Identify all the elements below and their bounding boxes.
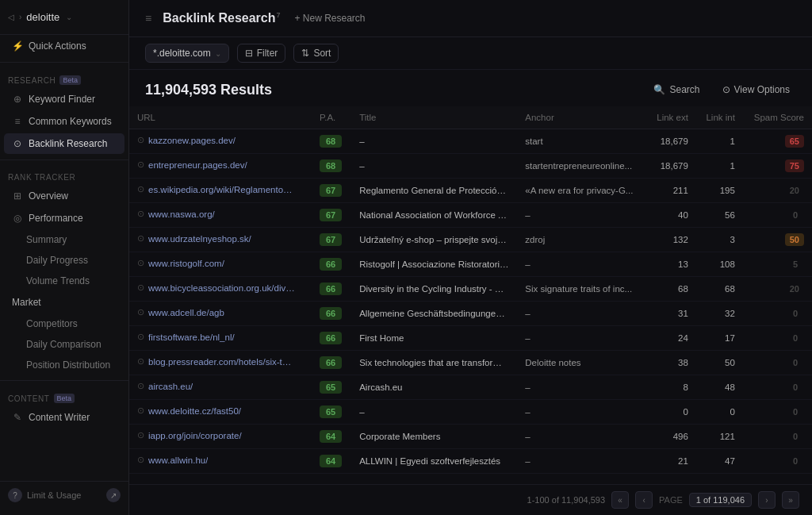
cell-url: ⊙entrepreneur.pages.dev/ (129, 154, 304, 175)
results-actions: 🔍 Search ⊙ View Options (647, 81, 796, 98)
cell-spam-score: 65 (743, 129, 812, 154)
sidebar-item-daily-comparison[interactable]: Daily Comparison (4, 335, 124, 354)
sidebar-item-daily-progress[interactable]: Daily Progress (4, 251, 124, 270)
cell-pa: 65 (312, 375, 351, 400)
table-row[interactable]: ⊙www.deloitte.cz/fast50/65––000 (129, 400, 812, 425)
next-page-button[interactable]: › (758, 491, 776, 509)
cell-link-int: 50 (696, 351, 743, 375)
table-row[interactable]: ⊙www.udrzatelnyeshop.sk/67Udržateľný e-s… (129, 228, 812, 252)
filter-button[interactable]: ⊟ Filter (237, 44, 286, 63)
cell-anchor: – (517, 375, 646, 400)
table-row[interactable]: ⊙firstsoftware.be/nl_nl/66First Home–241… (129, 326, 812, 351)
cell-title: Corporate Members (351, 425, 517, 449)
sidebar-item-competitors[interactable]: Competitors (4, 314, 124, 333)
domain-filter[interactable]: *.deloitte.com ⌄ (145, 44, 229, 63)
cell-pa: 66 (312, 326, 351, 351)
link-icon: ⊙ (137, 381, 144, 391)
table-row[interactable]: ⊙kazzonew.pages.dev/68–start18,679165 (129, 129, 812, 154)
pa-badge: 66 (320, 258, 342, 271)
last-page-button[interactable]: » (782, 491, 799, 509)
col-title: Title (351, 106, 517, 129)
help-and-limit[interactable]: ? Limit & Usage (8, 488, 81, 502)
sort-button[interactable]: ⇅ Sort (293, 44, 339, 63)
sidebar-item-common-keywords[interactable]: ≡ Common Keywords (4, 111, 124, 132)
sidebar-item-volume-trends[interactable]: Volume Trends (4, 271, 124, 290)
cell-url: ⊙iapp.org/join/corporate/ (129, 425, 304, 446)
table-row[interactable]: ⊙entrepreneur.pages.dev/68–startentrepre… (129, 154, 812, 179)
prev-page-button[interactable]: ‹ (635, 491, 653, 509)
view-options-button[interactable]: ⊙ View Options (716, 81, 796, 98)
link-icon: ⊙ (137, 135, 144, 145)
sidebar-item-summary[interactable]: Summary (4, 230, 124, 249)
table-row[interactable]: ⊙iapp.org/join/corporate/64Corporate Mem… (129, 425, 812, 449)
sidebar-item-label: Market (12, 297, 41, 308)
cell-anchor: Six signature traits of inc... (517, 277, 646, 302)
table-row[interactable]: ⊙aircash.eu/65Aircash.eu–8480 (129, 375, 812, 400)
help-icon[interactable]: ? (8, 488, 22, 502)
table-row[interactable]: ⊙blog.pressreader.com/hotels/six-techn..… (129, 351, 812, 375)
sidebar-item-quick-actions[interactable]: ⚡ Quick Actions (4, 36, 124, 56)
sidebar-divider-3 (0, 380, 128, 381)
new-research-button[interactable]: + New Research (289, 10, 372, 27)
table-row[interactable]: ⊙www.allwin.hu/64ALLWIN | Egyedi szoftve… (129, 449, 812, 474)
cell-anchor: – (517, 302, 646, 326)
cell-url: ⊙aircash.eu/ (129, 375, 304, 397)
link-icon: ⊙ (137, 307, 144, 317)
table-row[interactable]: ⊙www.naswa.org/67National Association of… (129, 203, 812, 228)
export-icon[interactable]: ↗ (106, 488, 121, 502)
cell-link-ext: 132 (647, 228, 696, 252)
sidebar-item-overview[interactable]: ⊞ Overview (4, 186, 124, 206)
overview-icon: ⊞ (12, 190, 23, 202)
cell-link-int: 121 (696, 425, 743, 449)
cell-link-ext: 38 (647, 351, 696, 375)
cell-anchor: – (517, 400, 646, 425)
link-icon: ⊙ (137, 184, 144, 194)
sidebar-item-label: Daily Progress (26, 255, 88, 266)
sidebar-item-label: Performance (29, 213, 83, 224)
cell-link-ext: 68 (647, 277, 696, 302)
pa-badge: 67 (320, 233, 342, 246)
search-button[interactable]: 🔍 Search (647, 81, 706, 98)
cell-url: ⊙www.adcell.de/agb (129, 302, 304, 323)
cell-pa: 66 (312, 252, 351, 277)
first-page-button[interactable]: « (611, 491, 629, 509)
cell-link-int: 1 (696, 129, 743, 154)
domain-value: *.deloitte.com (153, 48, 211, 59)
pa-badge: 66 (320, 332, 342, 344)
link-icon: ⊙ (137, 405, 144, 416)
results-count: 11,904,593 Results (145, 82, 272, 98)
cell-spam-score: 0 (743, 400, 812, 425)
breadcrumb-chevron-icon[interactable]: ⌄ (66, 13, 72, 21)
results-table-container[interactable]: URL P.A. Title Anchor Link ext Link int … (129, 106, 812, 484)
cell-link-int: 48 (696, 375, 743, 400)
col-url: URL (129, 106, 312, 129)
sidebar-item-position-distribution[interactable]: Position Distribution (4, 356, 124, 375)
cell-pa: 67 (312, 203, 351, 228)
menu-icon[interactable]: ≡ (145, 12, 151, 25)
table-row[interactable]: ⊙www.ristogolf.com/66Ristogolf | Associa… (129, 252, 812, 277)
link-icon: ⊙ (137, 455, 144, 465)
table-row[interactable]: ⊙www.adcell.de/agb66Allgemeine Geschäfts… (129, 302, 812, 326)
performance-icon: ◎ (12, 213, 23, 224)
cell-title: Reglamento General de Protección de Dato… (351, 179, 517, 203)
limit-usage-label[interactable]: Limit & Usage (27, 490, 81, 500)
cell-title: National Association of Workforce Agenci… (351, 203, 517, 228)
cell-spam-score: 20 (743, 179, 812, 203)
sidebar-item-market[interactable]: Market (4, 292, 124, 313)
pa-badge: 66 (320, 282, 342, 295)
cell-anchor: – (517, 449, 646, 474)
link-icon: ⊙ (137, 209, 144, 219)
sidebar-item-keyword-finder[interactable]: ⊕ Keyword Finder (4, 89, 124, 110)
sidebar-item-backlink-research[interactable]: ⊙ Backlink Research (4, 133, 124, 154)
back-icon[interactable]: ◁ (8, 13, 14, 21)
breadcrumb-name[interactable]: deloitte (26, 11, 59, 23)
table-row[interactable]: ⊙www.bicycleassociation.org.uk/diversit.… (129, 277, 812, 302)
link-icon: ⊙ (137, 258, 144, 268)
cell-anchor: «A new era for privacy-G... (517, 179, 646, 203)
cell-spam-score: 0 (743, 375, 812, 400)
table-row[interactable]: ⊙es.wikipedia.org/wiki/Reglamento_Gen...… (129, 179, 812, 203)
sidebar-item-content-writer[interactable]: ✎ Content Writer (4, 407, 124, 428)
sidebar-item-label: Summary (26, 234, 67, 245)
sidebar-item-performance[interactable]: ◎ Performance (4, 208, 124, 229)
cell-link-ext: 18,679 (647, 129, 696, 154)
